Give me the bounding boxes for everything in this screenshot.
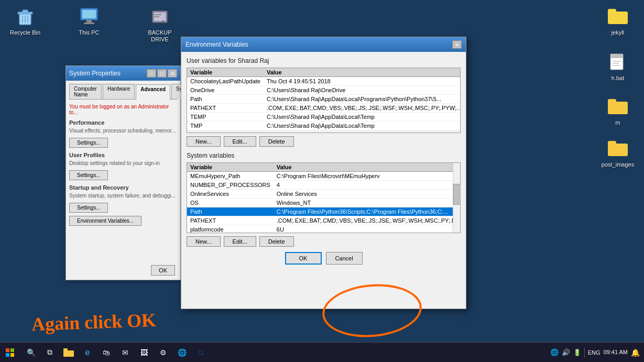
user-vars-header: User variables for Sharad Raj: [187, 57, 461, 64]
taskbar-settings[interactable]: ⚙: [154, 344, 172, 361]
taskbar-vscode[interactable]: □: [192, 344, 210, 361]
sys-var-row[interactable]: OSWindows_NT: [187, 199, 461, 207]
performance-title: Performance: [69, 119, 177, 126]
sys-props-warning: You must be logged on as an Administrato…: [69, 104, 177, 115]
env-title: Environment Variables: [185, 41, 248, 48]
this-pc-label: This PC: [79, 29, 99, 36]
taskbar-sep: [584, 347, 585, 358]
env-close-btn[interactable]: ✕: [452, 40, 462, 49]
user-var-row[interactable]: OneDriveC:\Users\Sharad Raj\OneDrive: [187, 86, 461, 95]
desktop-icon-backup-drive[interactable]: BACKUP DRIVE: [139, 4, 181, 45]
svg-rect-25: [63, 348, 68, 351]
scrollbar-track[interactable]: [453, 163, 460, 233]
sys-props-title: System Properties: [69, 70, 121, 77]
sys-props-ok-btn[interactable]: OK: [151, 265, 175, 276]
user-var-row[interactable]: PATHEXT.COM;.EXE;.BAT;.CMD;.VBS;.VBE;.JS…: [187, 104, 461, 113]
taskbar-clock[interactable]: 09:41 AM: [604, 348, 628, 356]
taskbar-mail[interactable]: ✉: [116, 344, 134, 361]
desktop-icon-this-pc[interactable]: This PC: [68, 4, 110, 38]
taskbar-edge[interactable]: e: [79, 344, 96, 361]
svg-rect-2: [23, 10, 28, 13]
system-vars-header: System variables: [187, 152, 461, 159]
user-profiles-settings-btn[interactable]: Settings...: [69, 170, 108, 180]
user-profiles-desc: Desktop settings related to your sign-in: [69, 160, 177, 166]
taskbar: 🔍 ⧉ e 🛍 ✉ 🖼 ⚙ 🌐 □ 🌐 🔊 🔋 ENG 09:41 AM 🔔: [0, 342, 644, 362]
taskbar-task-view[interactable]: ⧉: [41, 344, 59, 361]
taskbar-explorer[interactable]: [60, 344, 78, 361]
sys-props-tabs: Computer Name Hardware Advanced Sys...: [69, 84, 177, 100]
env-variables-btn[interactable]: Environment Variables...: [69, 216, 141, 226]
sys-edit-btn[interactable]: Edit...: [224, 236, 256, 247]
user-var-row[interactable]: TEMPC:\Users\Sharad Raj\AppData\Local\Te…: [187, 113, 461, 122]
scrollbar-thumb[interactable]: [453, 184, 460, 205]
user-vars-table-container: Variable Value ChocolateyLastPathUpdateT…: [187, 68, 461, 133]
taskbar-lang[interactable]: ENG: [588, 349, 601, 356]
taskbar-store[interactable]: 🛍: [97, 344, 115, 361]
taskbar-volume[interactable]: 🔊: [562, 348, 570, 356]
desktop-icon-m[interactable]: m: [597, 94, 639, 128]
taskbar-right: 🌐 🔊 🔋 ENG 09:41 AM 🔔: [546, 347, 644, 358]
sys-var-row[interactable]: PathC:\Program Files\Python36\Scripts;C:…: [187, 207, 461, 216]
user-profiles-title: User Profiles: [69, 152, 177, 158]
svg-rect-16: [610, 54, 623, 58]
user-var-row[interactable]: TMPC:\Users\Sharad Raj\AppData\Local\Tem…: [187, 122, 461, 130]
user-var-row[interactable]: PathC:\Users\Sharad Raj\AppData\Local\Pr…: [187, 95, 461, 104]
svg-rect-22: [6, 353, 9, 357]
taskbar-photos[interactable]: 🖼: [135, 344, 153, 361]
user-col-value: Value: [264, 68, 461, 77]
desktop-icon-jekyll[interactable]: jekyll: [597, 4, 639, 38]
user-col-variable: Variable: [187, 68, 264, 77]
performance-settings-btn[interactable]: Settings...: [69, 138, 108, 148]
sys-var-row[interactable]: platformcode6U: [187, 225, 461, 234]
sys-props-maximize[interactable]: □: [157, 69, 167, 78]
startup-desc: System startup, system failure, and debu…: [69, 193, 177, 199]
hbat-label: h.bat: [612, 75, 624, 82]
system-properties-window: System Properties ─ □ ✕ Computer Name Ha…: [66, 65, 181, 280]
desktop-icon-recycle-bin[interactable]: Recycle Bin: [4, 4, 46, 38]
user-delete-btn[interactable]: Delete: [259, 136, 294, 147]
env-titlebar: Environment Variables ✕: [181, 37, 466, 52]
tab-hardware[interactable]: Hardware: [103, 84, 135, 99]
start-button[interactable]: [0, 343, 20, 363]
sys-col-variable: Variable: [187, 163, 274, 172]
sys-delete-btn[interactable]: Delete: [259, 236, 294, 247]
svg-rect-14: [154, 16, 159, 17]
env-ok-btn[interactable]: OK: [285, 252, 322, 265]
m-label: m: [615, 119, 620, 126]
tab-computer-name[interactable]: Computer Name: [69, 84, 102, 99]
desktop-icon-post-images[interactable]: post_images: [597, 136, 639, 170]
svg-rect-21: [10, 348, 14, 352]
svg-rect-24: [63, 350, 74, 357]
sys-props-titlebar: System Properties ─ □ ✕: [66, 66, 180, 81]
taskbar-search[interactable]: 🔍: [22, 344, 40, 361]
sys-props-minimize[interactable]: ─: [147, 69, 156, 78]
sys-var-row[interactable]: MEmuHyperv_PathC:\Program Files\Microvir…: [187, 172, 461, 181]
sys-btn-row: New... Edit... Delete: [187, 236, 461, 247]
taskbar-items: 🔍 ⧉ e 🛍 ✉ 🖼 ⚙ 🌐 □: [20, 343, 546, 362]
sys-props-close[interactable]: ✕: [168, 69, 177, 78]
taskbar-notifications[interactable]: 🔔: [631, 348, 640, 357]
svg-rect-7: [82, 10, 96, 18]
performance-desc: Visual effects, processor scheduling, me…: [69, 128, 177, 134]
user-vars-table: Variable Value ChocolateyLastPathUpdateT…: [187, 68, 461, 130]
user-edit-btn[interactable]: Edit...: [224, 136, 256, 147]
user-new-btn[interactable]: New...: [187, 136, 221, 147]
startup-settings-btn[interactable]: Settings...: [69, 203, 108, 213]
sys-var-row[interactable]: OnlineServicesOnline Services: [187, 190, 461, 199]
startup-title: Startup and Recovery: [69, 184, 177, 191]
svg-point-12: [162, 20, 164, 23]
env-cancel-btn[interactable]: Cancel: [326, 252, 363, 265]
taskbar-chrome[interactable]: 🌐: [173, 344, 191, 361]
taskbar-network[interactable]: 🌐: [550, 348, 559, 356]
desktop-icon-hbat[interactable]: h.bat: [597, 50, 639, 84]
sys-var-row[interactable]: PATHEXT.COM;.EXE;.BAT;.CMD;.VBS;.VBE;.JS…: [187, 216, 461, 225]
env-variables-window: Environment Variables ✕ User variables f…: [181, 37, 466, 309]
recycle-bin-label: Recycle Bin: [10, 29, 40, 36]
user-var-row[interactable]: ChocolateyLastPathUpdateThu Oct 4 19:45:…: [187, 77, 461, 86]
taskbar-battery[interactable]: 🔋: [573, 349, 581, 356]
sys-new-btn[interactable]: New...: [187, 236, 221, 247]
sys-var-row[interactable]: NUMBER_OF_PROCESSORS4: [187, 181, 461, 190]
sys-col-value: Value: [274, 163, 461, 172]
tab-advanced[interactable]: Advanced: [136, 84, 170, 100]
svg-rect-8: [86, 20, 92, 23]
